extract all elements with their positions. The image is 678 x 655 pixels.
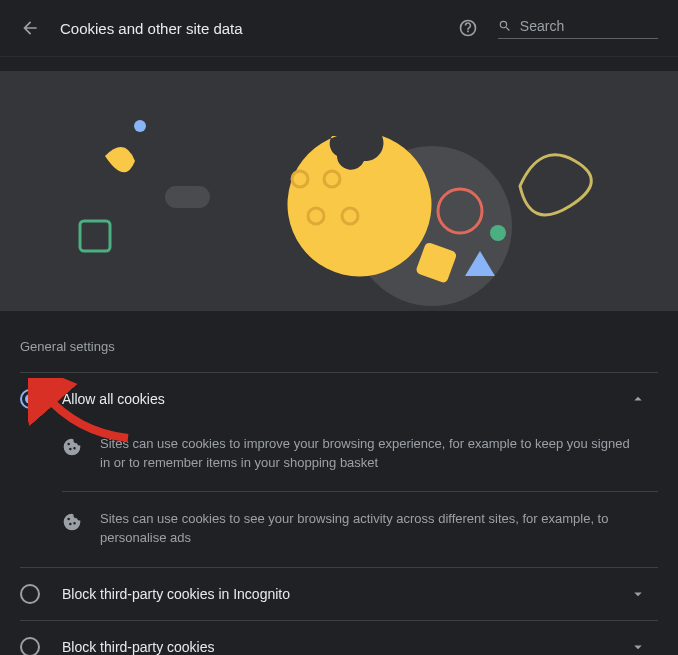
radio-icon [20,584,40,604]
svg-point-9 [490,225,506,241]
arrow-left-icon [20,18,40,38]
description-row: Sites can use cookies to see your browsi… [20,500,658,558]
description-text: Sites can use cookies to improve your br… [100,435,658,473]
section-label: General settings [20,339,658,354]
radio-icon [20,637,40,655]
svg-point-0 [134,120,146,132]
description-row: Sites can use cookies to improve your br… [20,425,658,483]
svg-rect-1 [80,221,110,251]
collapse-button[interactable] [618,390,658,408]
option-block-third-party[interactable]: Block third-party cookies [20,620,658,655]
search-field[interactable] [498,18,658,39]
option-label: Block third-party cookies [62,639,618,655]
radio-icon [20,389,40,409]
option-block-incognito[interactable]: Block third-party cookies in Incognito [20,567,658,620]
option-label: Block third-party cookies in Incognito [62,586,618,602]
cookie-icon [62,437,82,457]
search-icon [498,18,512,34]
option-label: Allow all cookies [62,391,618,407]
settings-content: General settings Allow all cookies Sites… [0,311,678,655]
chevron-down-icon [629,585,647,603]
option-allow-all[interactable]: Allow all cookies [20,372,658,425]
svg-rect-2 [165,186,210,208]
description-text: Sites can use cookies to see your browsi… [100,510,658,548]
cookie-icon [62,512,82,532]
back-button[interactable] [20,18,40,38]
chevron-down-icon [629,638,647,655]
help-icon [458,18,478,38]
chevron-up-icon [629,390,647,408]
search-input[interactable] [520,18,658,34]
expand-button[interactable] [618,638,658,655]
hero-illustration [0,71,678,311]
help-button[interactable] [458,18,478,38]
header-bar: Cookies and other site data [0,0,678,57]
page-title: Cookies and other site data [60,20,243,37]
expand-button[interactable] [618,585,658,603]
